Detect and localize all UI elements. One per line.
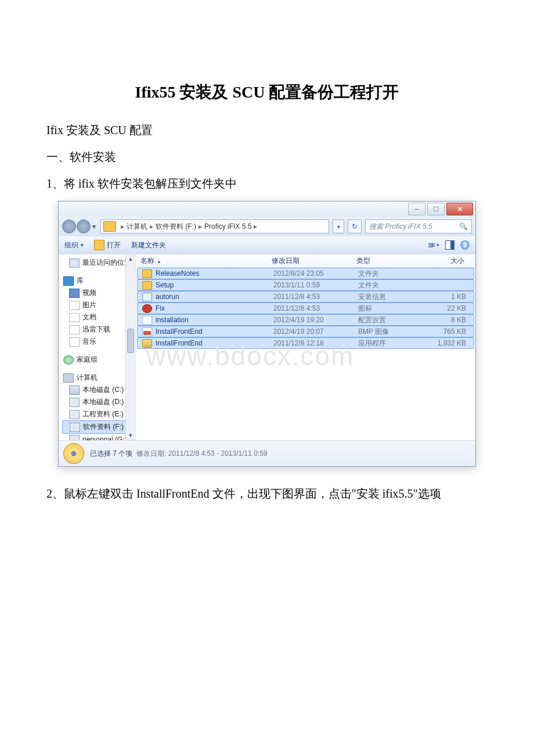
refresh-button[interactable]: ↻: [348, 219, 362, 233]
nav-history-dropdown[interactable]: ▾: [91, 222, 97, 231]
file-row[interactable]: ReleaseNotes2012/8/24 23:05文件夹: [137, 268, 474, 279]
search-input[interactable]: 搜索 Proficy iFIX 5.5 🔍: [365, 219, 472, 233]
file-type: 图标: [353, 304, 415, 314]
drive-icon: [69, 435, 80, 440]
doc-title: Ifix55 安装及 SCU 配置备份工程打开: [46, 81, 488, 103]
column-headers[interactable]: 名称▲ 修改日期 类型 大小: [136, 254, 475, 268]
sidebar-library[interactable]: 库: [62, 275, 132, 287]
sidebar-images[interactable]: 图片: [62, 299, 132, 311]
open-button[interactable]: 打开: [94, 240, 121, 250]
sidebar-xunlei[interactable]: 迅雷下载: [62, 323, 132, 336]
drive-icon: [70, 423, 80, 432]
file-list: 名称▲ 修改日期 类型 大小 ReleaseNotes2012/8/24 23:…: [136, 254, 475, 440]
preview-pane-button[interactable]: [445, 240, 454, 250]
sidebar-scrollbar[interactable]: ▲ ▼: [125, 254, 135, 440]
file-name: installation: [156, 316, 189, 324]
organize-menu[interactable]: 组织▾: [64, 240, 84, 250]
breadcrumb-item[interactable]: 计算机: [127, 222, 147, 232]
download-icon: [69, 325, 80, 334]
music-icon: [69, 337, 80, 347]
breadcrumb-item[interactable]: 软件资料 (F:): [156, 222, 196, 232]
sidebar-homegroup[interactable]: 家庭组: [62, 354, 132, 366]
video-icon: [69, 289, 80, 298]
new-folder-button[interactable]: 新建文件夹: [131, 240, 166, 250]
maximize-button[interactable]: ☐: [427, 203, 445, 215]
sidebar-drive-f[interactable]: 软件资料 (F:): [62, 420, 132, 434]
file-size: 765 KB: [415, 327, 471, 336]
file-name: Setup: [156, 281, 174, 289]
file-row[interactable]: autorun2011/12/8 4:53安装信息1 KB: [137, 291, 474, 303]
file-icon: [142, 304, 152, 313]
drive-icon: [69, 410, 80, 419]
file-row[interactable]: Fix2011/12/8 4:53图标22 KB: [137, 303, 474, 314]
file-type: 文件夹: [353, 269, 415, 279]
file-icon: [142, 327, 152, 336]
file-type: 应用程序: [353, 339, 415, 348]
close-button[interactable]: ✕: [446, 203, 473, 215]
file-type: 安装信息: [353, 292, 415, 302]
file-name: autorun: [156, 293, 179, 301]
step-1: 1、将 ifix 软件安装包解压到文件夹中: [46, 174, 488, 193]
file-size: 8 KB: [415, 316, 471, 324]
file-type: BMP 图像: [353, 327, 415, 337]
explorer-window: ─ ☐ ✕ ▾ ▸ 计算机 ▸ 软件资料 (F:) ▸ Proficy iFIX…: [58, 201, 476, 467]
sidebar-video[interactable]: 视频: [62, 287, 132, 299]
file-icon: [142, 269, 152, 278]
minimize-button[interactable]: ─: [408, 203, 425, 215]
status-main: 已选择 7 个项: [90, 449, 132, 458]
file-row[interactable]: InstallFrontEnd2011/12/8 12:18应用程序1,932 …: [137, 337, 474, 349]
search-placeholder: 搜索 Proficy iFIX 5.5: [369, 222, 432, 232]
file-date: 2012/4/19 19:20: [269, 316, 353, 324]
file-size: 22 KB: [415, 304, 471, 312]
nav-back-button[interactable]: [62, 219, 76, 233]
search-icon: 🔍: [459, 222, 468, 231]
file-icon: [142, 293, 152, 301]
file-name: Fix: [156, 304, 165, 312]
help-button[interactable]: ?: [460, 240, 470, 250]
sidebar-drive-g[interactable]: personnal (G:): [62, 434, 132, 440]
sidebar: 最近访问的位置 库 视频 图片: [59, 254, 136, 440]
step-2: 2、鼠标左键双击 InstallFrontEnd 文件，出现下图界面，点击"安装…: [46, 484, 488, 503]
window-caption: ─ ☐ ✕: [59, 201, 475, 217]
library-icon: [63, 276, 74, 286]
file-type: 配置设置: [353, 315, 415, 325]
status-bar: ⊛ 已选择 7 个项 修改日期: 2011/12/8 4:53 - 2013/1…: [59, 440, 475, 466]
toolbar: 组织▾ 打开 新建文件夹 ≣≡▾ ?: [59, 236, 475, 254]
sidebar-drive-d[interactable]: 本地磁盘 (D:): [62, 396, 132, 408]
sidebar-docs[interactable]: 文档: [62, 311, 132, 323]
image-icon: [69, 301, 80, 310]
file-row[interactable]: Setup2013/1/11 0:59文件夹: [137, 279, 474, 291]
file-size: 1,932 KB: [415, 339, 471, 347]
address-bar[interactable]: ▸ 计算机 ▸ 软件资料 (F:) ▸ Proficy iFIX 5.5 ▸: [100, 219, 329, 233]
file-size: 1 KB: [415, 293, 471, 301]
file-date: 2012/8/24 23:05: [269, 269, 353, 278]
view-menu[interactable]: ≣≡▾: [428, 241, 439, 249]
file-date: 2011/12/8 4:53: [269, 304, 353, 312]
doc-icon: [69, 313, 80, 322]
computer-icon: [63, 373, 74, 383]
breadcrumb-item[interactable]: Proficy iFIX 5.5: [204, 222, 251, 231]
address-dropdown[interactable]: ▾: [333, 219, 344, 233]
sidebar-recent[interactable]: 最近访问的位置: [62, 257, 132, 269]
file-icon: [142, 281, 152, 290]
file-name: InstallFrontEnd: [156, 327, 203, 336]
sidebar-computer[interactable]: 计算机: [62, 372, 132, 384]
file-date: 2011/12/8 12:18: [269, 339, 353, 347]
file-icon: [142, 316, 152, 325]
folder-icon: [103, 221, 116, 232]
drive-icon: [69, 386, 80, 395]
sidebar-drive-c[interactable]: 本地磁盘 (C:): [62, 384, 132, 396]
file-row[interactable]: installation2012/4/19 19:20配置设置8 KB: [137, 314, 474, 326]
file-date: 2011/12/8 4:53: [269, 293, 353, 301]
open-icon: [94, 240, 104, 250]
file-date: 2013/1/11 0:59: [269, 281, 353, 289]
file-row[interactable]: InstallFrontEnd2012/4/19 20:07BMP 图像765 …: [137, 326, 474, 337]
sidebar-drive-e[interactable]: 工程资料 (E:): [62, 408, 132, 420]
sidebar-music[interactable]: 音乐: [62, 336, 132, 348]
file-name: InstallFrontEnd: [156, 339, 203, 347]
file-date: 2012/4/19 20:07: [269, 327, 353, 336]
drive-icon: [69, 398, 80, 407]
status-icon: ⊛: [63, 443, 84, 464]
nav-forward-button[interactable]: [77, 219, 91, 233]
file-icon: [142, 339, 152, 348]
